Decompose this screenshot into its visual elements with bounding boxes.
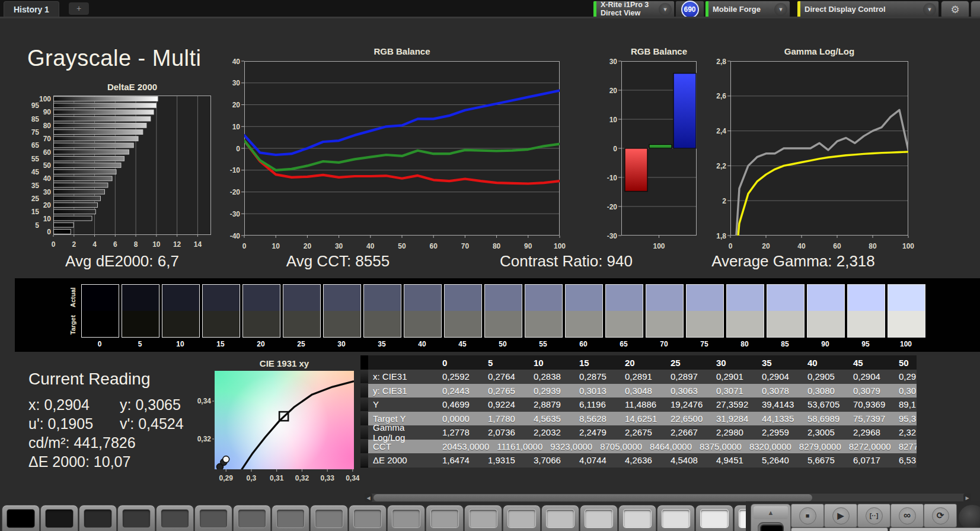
table-cell: 0,2901 — [708, 370, 754, 384]
edge-button-partial[interactable] — [971, 1, 980, 18]
patch-button-45[interactable]: 45 — [349, 505, 387, 531]
current-patch-preview[interactable] — [760, 524, 784, 531]
patch-button-35[interactable]: 35 — [272, 505, 309, 531]
patch-button-75[interactable]: 75 — [580, 505, 618, 531]
table-cell: 2,2959 — [754, 425, 800, 440]
play-button[interactable]: ▶ — [824, 504, 857, 527]
green-balance-bar — [649, 145, 672, 148]
chevron-up-icon: ▲ — [768, 509, 774, 516]
gamma-svg: Gamma Log/Log1,822,22,42,62,802040608010… — [682, 47, 918, 253]
table-cell: 8705,0000 — [592, 440, 642, 454]
loop-button[interactable]: ⟳ — [924, 504, 957, 527]
patch-button-30[interactable]: 30 — [233, 505, 271, 531]
patch-button-0[interactable]: 0 — [2, 505, 40, 531]
add-tab-button[interactable]: + — [69, 2, 89, 15]
source-dropdown[interactable]: Mobile Forge ▼ — [705, 1, 790, 18]
patch-swatch — [45, 509, 74, 528]
continuous-button[interactable]: ∞ — [890, 504, 924, 527]
collapse-panel-button[interactable]: ▲ — [754, 506, 788, 519]
row-handle[interactable] — [360, 383, 368, 398]
patch-button-70[interactable]: 70 — [541, 505, 579, 531]
swatch-target-10 — [162, 311, 199, 337]
display-control-dropdown[interactable]: Direct Display Control ▼ — [797, 1, 939, 18]
back-button[interactable]: « Back — [791, 527, 888, 531]
patch-button-40[interactable]: 40 — [310, 505, 348, 531]
svg-text:2,6: 2,6 — [716, 92, 726, 100]
step-button[interactable]: [··] — [857, 504, 890, 527]
settings-button[interactable]: ⚙ — [941, 1, 969, 18]
deltae-bar-5 — [54, 222, 74, 227]
next-button[interactable]: Next » — [889, 527, 980, 531]
table-cell: 11161,0000 — [489, 440, 542, 454]
row-handle[interactable] — [360, 411, 368, 426]
table-cell: 0,4699 — [435, 398, 480, 412]
patch-button-65[interactable]: 65 — [503, 505, 541, 531]
patch-swatch — [662, 509, 690, 528]
swatch-actual-35 — [364, 285, 401, 311]
svg-text:-10: -10 — [230, 166, 241, 174]
table-scrollbar-thumb[interactable] — [374, 494, 812, 501]
table-row-label: CCT — [368, 440, 435, 454]
row-handle[interactable] — [360, 370, 368, 384]
svg-text:100: 100 — [554, 242, 566, 250]
table-cell: 1,7780 — [480, 412, 526, 426]
display-control-label: Direct Display Control — [800, 5, 921, 14]
patch-swatch — [430, 509, 459, 528]
deltae-2000-chart: DeltaE 200002468101214051015202530354045… — [28, 82, 218, 252]
table-cell: 4,5635 — [526, 412, 572, 426]
svg-text:90: 90 — [524, 242, 532, 250]
table-cell: 11,4886 — [617, 398, 663, 412]
table-cell: 3,7066 — [526, 453, 572, 468]
svg-text:35: 35 — [31, 182, 40, 190]
swatch-target-40 — [404, 311, 441, 337]
table-cell: 5,6675 — [800, 453, 845, 468]
scroll-left-arrow[interactable]: ◀ — [365, 494, 372, 502]
patch-button-85[interactable]: 85 — [657, 505, 695, 531]
transport-panel: ▲ ■ ▶ [··] ∞ ⟳ « Back Next » — [746, 501, 980, 531]
tab-history-1[interactable]: History 1 — [4, 1, 59, 17]
patch-button-15[interactable]: 15 — [117, 505, 155, 531]
patch-button-5[interactable]: 5 — [40, 505, 78, 531]
svg-text:0,34: 0,34 — [197, 397, 212, 405]
table-cell: 0,2765 — [480, 384, 526, 398]
deltae-bar-40 — [54, 176, 113, 181]
infinity-icon: ∞ — [904, 510, 911, 522]
swatch-level-label: 65 — [605, 340, 642, 348]
patch-button-60[interactable]: 60 — [464, 505, 502, 531]
svg-text:15: 15 — [31, 208, 40, 216]
svg-text:100: 100 — [653, 242, 665, 250]
table-cell: 0,30 — [891, 384, 917, 398]
svg-text:30: 30 — [43, 188, 52, 196]
patch-button-90[interactable]: 90 — [695, 505, 733, 531]
edge-knob-partial[interactable] — [959, 505, 980, 530]
table-cell: 58,6989 — [800, 412, 845, 426]
stat-avg-cct: Avg CCT: 8555 — [286, 252, 390, 271]
patch-button-55[interactable]: 55 — [426, 505, 464, 531]
row-handle[interactable] — [360, 453, 368, 468]
swatch-actual-55 — [525, 285, 562, 311]
patch-button-25[interactable]: 25 — [194, 505, 232, 531]
table-cell: 0,3080 — [800, 384, 845, 398]
patch-button-10[interactable]: 10 — [79, 505, 117, 531]
swatch-level-label: 35 — [363, 340, 400, 348]
svg-text:0: 0 — [729, 242, 733, 250]
meter-dropdown[interactable]: X-Rite i1Pro 3 Direct View ▼ — [593, 1, 675, 18]
scroll-right-arrow[interactable]: ▶ — [963, 494, 971, 502]
patch-button-20[interactable]: 20 — [156, 505, 194, 531]
row-handle[interactable] — [360, 398, 368, 412]
patch-swatch — [392, 509, 420, 528]
stop-button[interactable]: ■ — [791, 504, 824, 527]
swatch-target-80 — [727, 311, 764, 337]
table-cell: 4,2636 — [617, 453, 663, 468]
swatch-actual-10 — [162, 285, 199, 311]
swatch-level-label: 20 — [242, 340, 279, 348]
row-handle[interactable] — [360, 425, 368, 440]
patch-button-50[interactable]: 50 — [387, 505, 425, 531]
table-cell: 1,6474 — [435, 453, 480, 468]
patch-button-80[interactable]: 80 — [618, 505, 656, 531]
reading-x: x: 0,2904 — [28, 396, 90, 414]
row-handle[interactable] — [360, 439, 368, 454]
table-scrollbar[interactable]: ◀ ▶ — [365, 494, 971, 502]
swatch-95 — [847, 284, 885, 338]
table-column-header: 20 — [617, 355, 663, 370]
